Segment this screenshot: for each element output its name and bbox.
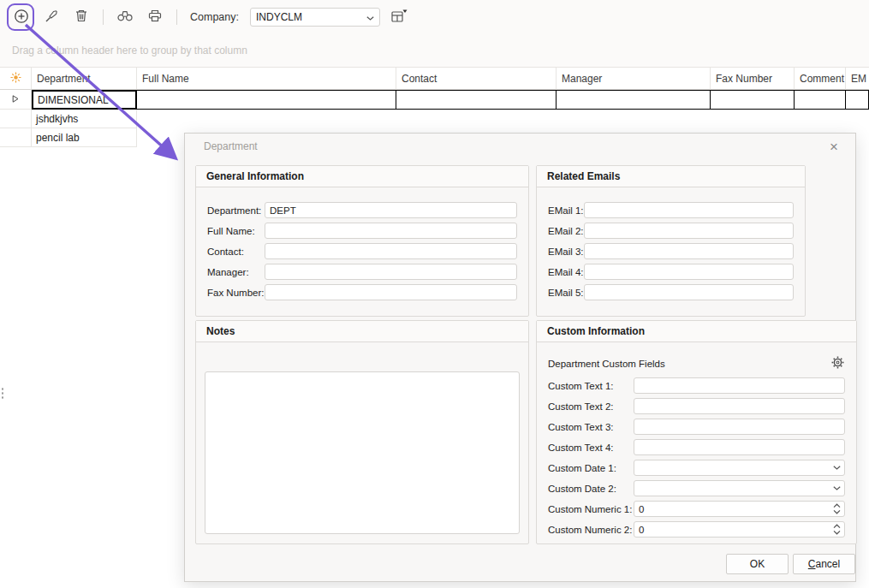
group-title: Notes — [196, 321, 528, 342]
printer-icon — [148, 9, 162, 25]
table-row[interactable]: DIMENSIONAL — [0, 90, 869, 110]
layout-options-button[interactable] — [390, 7, 410, 27]
sun-icon — [10, 72, 21, 86]
email-2-label: EMail 2: — [548, 226, 584, 236]
custom-text-3-input[interactable] — [634, 419, 845, 435]
group-by-hint: Drag a column header here to group by th… — [12, 45, 247, 56]
group-by-panel[interactable]: Drag a column header here to group by th… — [0, 34, 869, 67]
fax-number-label: Fax Number: — [207, 288, 265, 298]
email-5-input[interactable] — [584, 284, 794, 300]
spinner-up-down-icon[interactable] — [833, 524, 841, 535]
chevron-down-icon — [833, 486, 841, 490]
email-5-label: EMail 5: — [548, 288, 584, 298]
layout-grid-icon — [391, 9, 408, 26]
custom-text-4-label: Custom Text 4: — [548, 442, 634, 453]
custom-date-1-label: Custom Date 1: — [548, 463, 634, 473]
group-title: Related Emails — [537, 166, 805, 187]
custom-text-4-input[interactable] — [634, 439, 845, 455]
email-3-input[interactable] — [584, 243, 794, 259]
fax-number-input[interactable] — [265, 284, 517, 300]
cell-department[interactable]: pencil lab — [32, 128, 137, 147]
company-select[interactable]: INDYCLM — [250, 8, 380, 27]
manager-input[interactable] — [265, 264, 517, 280]
column-header-email[interactable]: EM — [846, 68, 869, 89]
edit-button[interactable] — [41, 7, 62, 27]
column-header-contact[interactable]: Contact — [396, 68, 557, 89]
email-3-label: EMail 3: — [548, 246, 584, 257]
cell-department[interactable]: jshdkjvhs — [32, 110, 137, 128]
custom-date-1-select[interactable] — [634, 460, 845, 476]
column-header-department[interactable]: Department — [32, 68, 137, 89]
cell-fax-number[interactable] — [711, 90, 795, 110]
cancel-button[interactable]: Cancel — [793, 554, 855, 574]
custom-numeric-1-input[interactable]: 0 — [634, 501, 845, 517]
table-row[interactable]: jshdkjvhs — [0, 110, 869, 128]
full-name-label: Full Name: — [207, 226, 265, 236]
custom-text-1-input[interactable] — [634, 377, 845, 394]
close-icon: × — [830, 139, 838, 155]
print-button[interactable] — [145, 7, 165, 27]
company-select-value: INDYCLM — [256, 11, 366, 23]
notes-group: Notes — [195, 320, 529, 544]
column-header-comment[interactable]: Comment — [795, 68, 846, 89]
close-button[interactable]: × — [823, 137, 845, 157]
ok-button[interactable]: OK — [726, 554, 789, 574]
email-4-label: EMail 4: — [548, 267, 584, 277]
full-name-input[interactable] — [265, 223, 517, 239]
email-1-input[interactable] — [584, 202, 794, 218]
group-title: General Information — [196, 166, 528, 187]
find-button[interactable] — [115, 7, 135, 27]
department-input[interactable] — [265, 202, 517, 218]
custom-information-group: Custom Information Department Custom Fie… — [536, 320, 857, 544]
cell-full-name[interactable] — [137, 90, 396, 110]
general-information-group: General Information Department: Full Nam… — [195, 165, 529, 317]
row-indicator-cell — [0, 128, 32, 147]
row-pointer-icon — [12, 93, 19, 105]
contact-input[interactable] — [265, 243, 517, 259]
column-header-manager[interactable]: Manager — [557, 68, 711, 89]
screwdriver-icon — [45, 9, 58, 26]
custom-text-3-label: Custom Text 3: — [548, 422, 634, 432]
grid-header-row: Department Full Name Contact Manager Fax… — [0, 67, 869, 90]
splitter-grip[interactable] — [1, 387, 4, 401]
email-1-label: EMail 1: — [548, 205, 584, 216]
binoculars-icon — [117, 10, 133, 24]
add-button[interactable] — [11, 7, 32, 27]
cell-email[interactable] — [846, 90, 869, 110]
toolbar: Company: INDYCLM — [0, 0, 869, 34]
notes-textarea[interactable] — [205, 371, 520, 534]
group-title: Custom Information — [537, 321, 856, 342]
department-dialog: Department × General Information Departm… — [184, 133, 856, 582]
column-header-full-name[interactable]: Full Name — [137, 68, 396, 89]
custom-numeric-1-label: Custom Numeric 1: — [548, 504, 634, 514]
add-circle-icon — [14, 9, 29, 27]
related-emails-group: Related Emails EMail 1: EMail 2: EMail 3… — [536, 165, 806, 317]
trash-icon — [75, 9, 87, 25]
column-header-fax-number[interactable]: Fax Number — [711, 68, 795, 89]
row-indicator-cell — [0, 110, 32, 128]
custom-fields-settings-button[interactable] — [830, 356, 845, 371]
spinner-up-down-icon[interactable] — [833, 503, 841, 514]
delete-button[interactable] — [71, 7, 92, 27]
row-indicator-header[interactable] — [0, 68, 32, 89]
cell-manager[interactable] — [557, 90, 711, 110]
custom-fields-section-label: Department Custom Fields — [548, 359, 665, 369]
cell-comment[interactable] — [795, 90, 846, 110]
cell-department[interactable]: DIMENSIONAL — [32, 90, 137, 110]
custom-text-2-input[interactable] — [634, 398, 845, 414]
gear-icon — [831, 356, 844, 371]
email-2-input[interactable] — [584, 223, 794, 239]
custom-numeric-2-label: Custom Numeric 2: — [548, 525, 634, 535]
toolbar-separator — [103, 9, 104, 25]
custom-date-2-select[interactable] — [634, 480, 845, 496]
department-label: Department: — [207, 205, 265, 216]
chevron-down-icon — [833, 466, 841, 470]
toolbar-separator — [176, 9, 177, 25]
manager-label: Manager: — [207, 267, 265, 277]
cell-contact[interactable] — [396, 90, 557, 110]
custom-text-2-label: Custom Text 2: — [548, 401, 634, 412]
custom-numeric-2-input[interactable]: 0 — [634, 521, 845, 538]
custom-text-1-label: Custom Text 1: — [548, 381, 634, 391]
email-4-input[interactable] — [584, 264, 794, 280]
custom-date-2-label: Custom Date 2: — [548, 484, 634, 494]
